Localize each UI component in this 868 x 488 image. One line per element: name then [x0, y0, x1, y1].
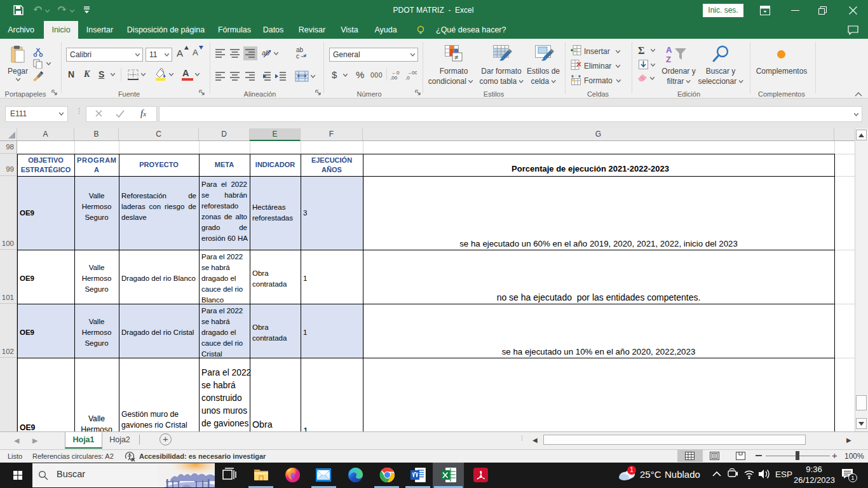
- svg-text:c: c: [296, 53, 299, 60]
- svg-text:,00: ,00: [390, 75, 398, 81]
- svg-text:≠: ≠: [454, 53, 458, 61]
- svg-text:,0: ,0: [405, 75, 410, 81]
- svg-text:Z: Z: [666, 55, 671, 64]
- svg-text:A: A: [666, 45, 672, 55]
